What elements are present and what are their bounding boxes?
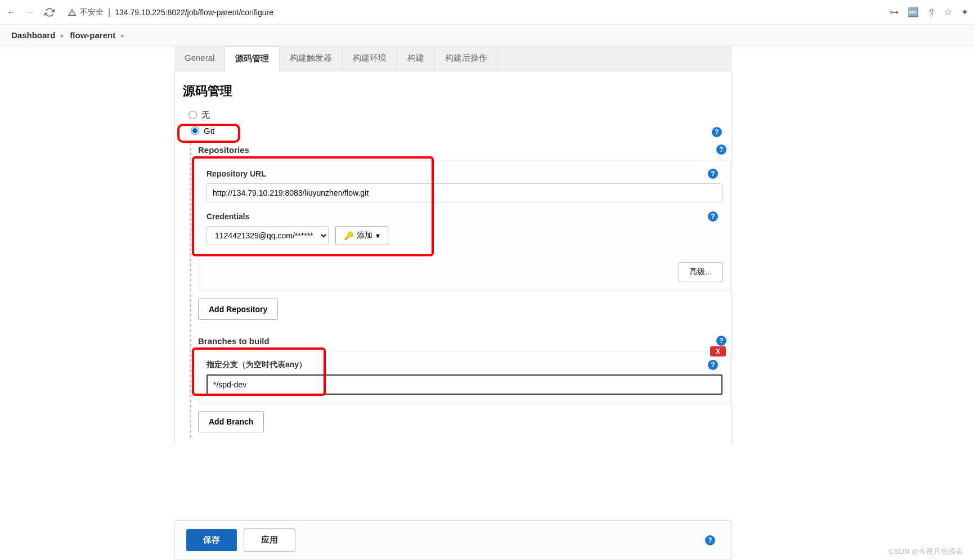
tab-env[interactable]: 构建环境 <box>343 46 397 71</box>
radio-none-label: 无 <box>201 110 210 120</box>
repo-url-input[interactable] <box>207 183 722 202</box>
tab-build[interactable]: 构建 <box>397 46 435 71</box>
breadcrumb-job[interactable]: flow-parent <box>70 30 115 40</box>
add-credentials-button[interactable]: 🔑 添加 ▾ <box>335 226 388 245</box>
chevron-right-icon: ▸ <box>121 31 124 39</box>
tab-general[interactable]: General <box>174 46 225 71</box>
translate-icon[interactable]: 🔤 <box>908 7 919 17</box>
share-icon[interactable]: ⇪ <box>928 7 935 17</box>
advanced-button[interactable]: 高级... <box>679 262 722 282</box>
warning-icon <box>68 8 77 17</box>
scm-git-radio[interactable]: Git <box>177 124 731 138</box>
watermark-label: CSDN @今夜月色很美 <box>888 547 963 557</box>
insecure-label: 不安全 <box>80 7 104 17</box>
add-branch-button[interactable]: Add Branch <box>198 411 264 432</box>
help-icon[interactable]: ? <box>705 535 715 545</box>
save-footer: 保存 应用 ? <box>174 520 731 560</box>
browser-toolbar: ← → 不安全 | 134.79.10.225:8022/job/flow-pa… <box>0 0 974 25</box>
repositories-label: Repositories ? <box>198 142 731 157</box>
branch-spec-label: 指定分支（为空时代表any） ? <box>207 360 722 370</box>
tab-post[interactable]: 构建后操作 <box>435 46 498 71</box>
delete-branch-button[interactable]: X <box>710 346 726 356</box>
credentials-select[interactable]: 1124421329@qq.com/****** <box>207 226 329 245</box>
extensions-icon[interactable]: ✦ <box>961 7 968 17</box>
radio-git-input[interactable] <box>191 127 199 135</box>
help-icon[interactable]: ? <box>708 169 718 179</box>
url-text: 134.79.10.225:8022/job/flow-parent/confi… <box>115 8 273 17</box>
help-icon[interactable]: ? <box>708 211 718 222</box>
back-button[interactable]: ← <box>6 7 17 18</box>
save-button[interactable]: 保存 <box>186 529 237 551</box>
branches-label: Branches to build ? <box>198 333 731 348</box>
reload-button[interactable] <box>44 7 55 18</box>
apply-button[interactable]: 应用 <box>244 529 295 552</box>
repo-url-label: Repository URL ? <box>207 169 722 179</box>
help-icon[interactable]: ? <box>712 127 722 137</box>
branch-spec-input[interactable] <box>207 374 722 395</box>
config-tabs: General 源码管理 构建触发器 构建环境 构建 构建后操作 <box>174 46 731 71</box>
section-title: 源码管理 <box>175 79 731 107</box>
add-repository-button[interactable]: Add Repository <box>198 299 278 320</box>
forward-button[interactable]: → <box>25 7 36 18</box>
address-bar[interactable]: 不安全 | 134.79.10.225:8022/job/flow-parent… <box>63 4 882 21</box>
bookmark-icon[interactable]: ☆ <box>944 7 952 17</box>
tab-triggers[interactable]: 构建触发器 <box>280 46 343 71</box>
credentials-label: Credentials ? <box>207 211 722 222</box>
radio-none-input[interactable] <box>188 111 197 119</box>
chevron-down-icon: ▾ <box>376 231 380 240</box>
key-icon[interactable]: ⊶ <box>890 7 899 17</box>
help-icon[interactable]: ? <box>716 336 726 346</box>
branch-block: X 指定分支（为空时代表any） ? <box>198 351 731 403</box>
tab-scm[interactable]: 源码管理 <box>225 46 280 71</box>
radio-git-label: Git <box>204 126 214 136</box>
repository-block: Repository URL ? Credentials ? 112442132… <box>198 160 731 291</box>
help-icon[interactable]: ? <box>708 360 718 370</box>
breadcrumb: Dashboard ▸ flow-parent ▸ <box>0 25 974 46</box>
help-icon[interactable]: ? <box>716 144 726 155</box>
breadcrumb-dashboard[interactable]: Dashboard <box>11 30 55 40</box>
chevron-right-icon: ▸ <box>61 31 64 39</box>
scm-none-radio[interactable]: 无 <box>175 107 731 123</box>
key-icon: 🔑 <box>344 231 353 240</box>
